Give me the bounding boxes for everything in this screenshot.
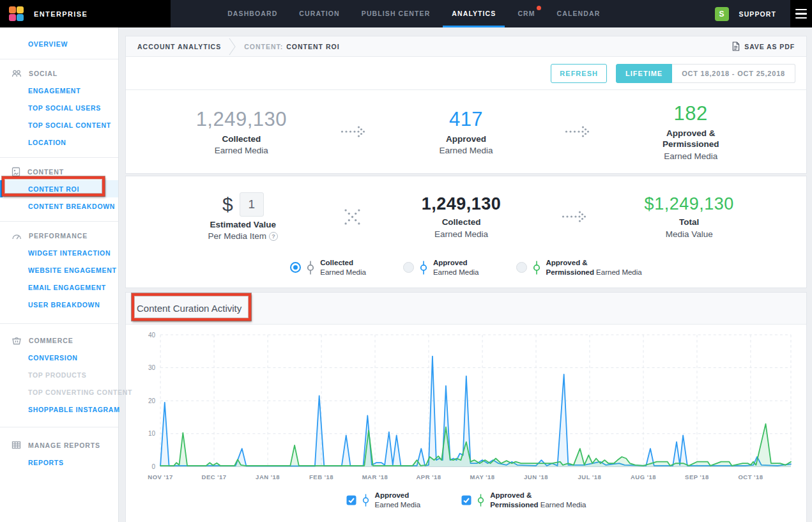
roi-row: $ Estimated Value Per Media Item 1,249,1… — [126, 176, 806, 257]
sidebar-section-performance: PERFORMANCE — [0, 227, 118, 244]
avatar[interactable]: S — [715, 7, 729, 21]
save-as-pdf-label: SAVE AS PDF — [744, 43, 795, 50]
breadcrumb-account-analytics[interactable]: ACCOUNT ANALYTICS — [137, 43, 221, 50]
refresh-button[interactable]: REFRESH — [551, 64, 607, 83]
sidebar-section-label: PERFORMANCE — [29, 232, 88, 240]
radio-unselected-icon[interactable] — [403, 262, 414, 273]
svg-text:NOV '17: NOV '17 — [148, 473, 173, 480]
legend-approved[interactable]: ApprovedEarned Media — [346, 491, 421, 510]
stat-collected-title: Collected — [142, 134, 341, 145]
sidebar-item-location[interactable]: LOCATION — [0, 134, 118, 151]
sidebar-section-manage-reports: MANAGE REPORTS — [0, 436, 118, 454]
brand-name: ENTERPRISE — [34, 10, 88, 18]
roi-collected-group: 1,249,130 Collected Earned Media — [361, 194, 562, 239]
radio-collected[interactable]: CollectedEarned Media — [290, 258, 366, 277]
sidebar-item-website-engagement[interactable]: WEBSITE ENGAGEMENT — [0, 261, 118, 279]
sidebar-section-label: CONTENT — [27, 168, 64, 176]
checkbox-checked-icon[interactable] — [461, 495, 471, 505]
media-type-radio-group: CollectedEarned Media ApprovedEarned Med… — [126, 257, 806, 288]
menu-icon[interactable] — [790, 0, 812, 27]
roi-card: $ Estimated Value Per Media Item 1,249,1… — [125, 176, 807, 288]
stat-approved-title: Approved — [367, 134, 565, 145]
sidebar-item-overview[interactable]: OVERVIEW — [0, 35, 118, 52]
gauge-icon — [11, 231, 22, 240]
radio-approved-permissioned[interactable]: Approved &Permissioned Earned Media — [516, 258, 642, 277]
sidebar-item-top-products: TOP PRODUCTS — [0, 366, 118, 383]
dotted-multiply-icon — [344, 208, 361, 226]
nav-crm-label: CRM — [517, 10, 535, 17]
stat-approved-permissioned-title: Approved &Permissioned — [592, 128, 790, 150]
table-icon — [11, 441, 21, 449]
sidebar-item-content-roi[interactable]: CONTENT ROI — [0, 180, 118, 197]
chart-body: 010203040NOV '17DEC '17JAN '18FEB '18MAR… — [126, 325, 806, 521]
estimated-value-title: Estimated Value — [142, 220, 344, 231]
series-marker-icon — [307, 260, 314, 275]
legend-approved-permissioned[interactable]: Approved &Permissioned Earned Media — [461, 491, 586, 510]
svg-text:30: 30 — [148, 364, 156, 371]
svg-text:40: 40 — [148, 331, 156, 338]
total-media-value-title: Total — [588, 217, 790, 228]
breadcrumb: ACCOUNT ANALYTICS CONTENT: CONTENT ROI S… — [126, 36, 806, 57]
stat-collected-value: 1,249,130 — [142, 108, 341, 131]
svg-text:OCT '18: OCT '18 — [738, 473, 763, 480]
activity-line-chart: 010203040NOV '17DEC '17JAN '18FEB '18MAR… — [132, 328, 800, 486]
sidebar-item-email-engagement[interactable]: EMAIL ENGAGEMENT — [0, 279, 118, 296]
stat-approved-permissioned-value: 182 — [592, 102, 790, 125]
primary-nav: DASHBOARD CURATION PUBLISH CENTER ANALYT… — [142, 0, 686, 27]
dotted-arrow-icon — [341, 124, 367, 139]
nav-publish-center[interactable]: PUBLISH CENTER — [362, 0, 431, 27]
estimated-value-subtitle: Per Media Item — [142, 231, 344, 241]
svg-text:20: 20 — [148, 397, 156, 404]
nav-analytics[interactable]: ANALYTICS — [452, 0, 496, 27]
stat-approved-permissioned-subtitle: Earned Media — [592, 151, 790, 161]
lifetime-button[interactable]: LIFETIME — [616, 64, 672, 83]
sidebar-item-top-social-content[interactable]: TOP SOCIAL CONTENT — [0, 116, 118, 134]
sidebar-item-conversion[interactable]: CONVERSION — [0, 349, 118, 366]
sidebar-item-content-breakdown[interactable]: CONTENT BREAKDOWN — [0, 197, 118, 215]
support-link[interactable]: SUPPORT — [739, 10, 776, 18]
estimated-value-input[interactable] — [240, 192, 264, 217]
stat-approved: 417 Approved Earned Media — [367, 108, 565, 156]
stat-approved-permissioned: 182 Approved &Permissioned Earned Media — [592, 102, 790, 161]
nav-crm[interactable]: CRM — [517, 0, 535, 27]
checkbox-checked-icon[interactable] — [346, 495, 356, 505]
brand-logo-icon — [9, 6, 24, 22]
radio-approved[interactable]: ApprovedEarned Media — [403, 258, 479, 277]
series-marker-icon — [533, 260, 540, 275]
svg-text:MAY '18: MAY '18 — [470, 473, 495, 480]
sidebar-item-top-social-users[interactable]: TOP SOCIAL USERS — [0, 99, 118, 116]
dotted-arrow-icon — [565, 124, 592, 139]
roi-collected-value: 1,249,130 — [361, 194, 562, 214]
date-range-group: LIFETIME OCT 18,2018 - OCT 25,2018 — [616, 64, 795, 83]
svg-text:APR '18: APR '18 — [416, 473, 441, 480]
nav-dashboard[interactable]: DASHBOARD — [227, 0, 277, 27]
sidebar-item-engagement[interactable]: ENGAGEMENT — [0, 82, 118, 99]
basket-icon — [11, 335, 22, 345]
svg-text:JUN '18: JUN '18 — [524, 473, 548, 480]
users-icon — [11, 69, 22, 78]
radio-selected-icon[interactable] — [290, 262, 301, 273]
sidebar-item-user-breakdown[interactable]: USER BREAKDOWN — [0, 296, 118, 313]
sidebar-item-shoppable-instagram[interactable]: SHOPPABLE INSTAGRAM — [0, 401, 118, 418]
main-content: ACCOUNT ANALYTICS CONTENT: CONTENT ROI S… — [119, 27, 812, 522]
help-icon[interactable] — [269, 232, 278, 241]
dotted-arrow-icon — [562, 209, 588, 224]
top-nav-bar: ENTERPRISE DASHBOARD CURATION PUBLISH CE… — [0, 0, 812, 27]
svg-text:10: 10 — [148, 430, 156, 437]
series-marker-icon — [420, 260, 427, 275]
toolbar: REFRESH LIFETIME OCT 18,2018 - OCT 25,20… — [126, 57, 806, 89]
date-range-button[interactable]: OCT 18,2018 - OCT 25,2018 — [672, 64, 795, 83]
sidebar-section-label: COMMERCE — [29, 337, 73, 344]
chart-header: Content Curation Activity — [126, 293, 806, 325]
save-as-pdf-button[interactable]: SAVE AS PDF — [732, 42, 795, 51]
nav-calendar[interactable]: CALENDAR — [557, 0, 601, 27]
divider — [0, 59, 118, 59]
sidebar-item-top-converting-content: TOP CONVERTING CONTENT — [0, 383, 118, 401]
sidebar-item-reports[interactable]: REPORTS — [0, 454, 118, 471]
content-icon — [11, 167, 20, 177]
nav-curation[interactable]: CURATION — [299, 0, 339, 27]
radio-unselected-icon[interactable] — [516, 262, 527, 273]
svg-text:MAR '18: MAR '18 — [362, 473, 388, 480]
divider — [0, 323, 118, 324]
sidebar-item-widget-interaction[interactable]: WIDGET INTERACTION — [0, 244, 118, 261]
